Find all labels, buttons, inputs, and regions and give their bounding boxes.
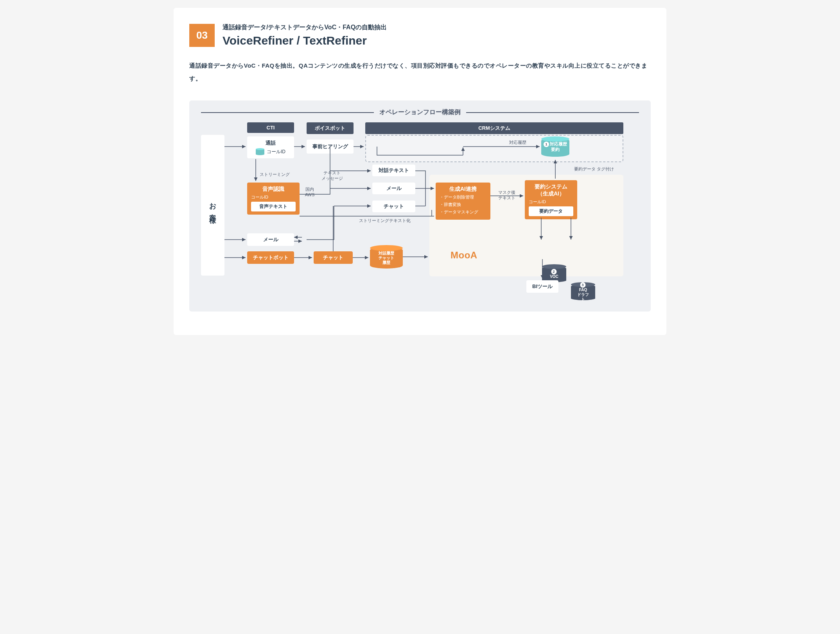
num-badge-1: 1	[544, 142, 549, 147]
prehearing-box: 事前ヒアリング	[307, 140, 354, 154]
gen-ai-title: 生成AI連携	[440, 186, 486, 193]
crm-history-area	[365, 135, 623, 162]
gen-ai-box: 生成AI連携 ・データ削除管理 ・辞書変換 ・データマスキング	[436, 183, 490, 220]
streaming-text-label: ストリーミングテキスト化	[354, 218, 416, 223]
gen-ai-b1: ・データ削除管理	[440, 194, 486, 200]
mail2-box: メール	[247, 233, 294, 246]
section-number-badge: 03	[189, 24, 215, 47]
call-box: 通話 コールID	[247, 136, 294, 158]
mask-text-label: マスク後 テキスト	[495, 190, 519, 201]
asr-inner: 音声テキスト	[251, 202, 296, 211]
voicebot-header: ボイスボット	[307, 122, 354, 134]
text-message-label: テキスト メッセージ	[318, 170, 346, 181]
aws-label: 国内 AWS	[302, 186, 318, 198]
mooa-logo: MooA	[451, 250, 477, 261]
summary-system-inner: 要約データ	[529, 206, 573, 216]
page: 03 通話録音データ/テキストデータからVoC・FAQの自動抽出 VoiceRe…	[174, 8, 666, 335]
divider-line	[201, 112, 374, 113]
summary-system-box: 要約システム （生成AI） コールID 要約データ	[525, 180, 577, 219]
crm-header: CRMシステム	[365, 122, 623, 134]
divider-line	[466, 112, 639, 113]
section-description: 通話録音データからVoC・FAQを抽出。QAコンテンツの生成を行うだけでなく、項…	[189, 59, 651, 85]
streaming-label: ストリーミング	[260, 172, 295, 177]
mail-box: メール	[372, 183, 415, 194]
dialog-text-box: 対話テキスト	[372, 165, 415, 176]
diagram-title-row: オペレーションフロー構築例	[201, 108, 639, 116]
section-header: 03 通話録音データ/テキストデータからVoC・FAQの自動抽出 VoiceRe…	[189, 23, 651, 47]
callid-cylinder-icon	[256, 148, 264, 155]
history-cylinder: 対話履歴 チャット履歴	[370, 245, 403, 269]
call-title: 通話	[251, 140, 290, 147]
diagram-title: オペレーションフロー構築例	[379, 108, 461, 116]
gen-ai-b3: ・データマスキング	[440, 209, 486, 215]
chatbot-box: チャットボット	[247, 251, 294, 264]
chat-box: チャット	[372, 201, 415, 212]
section-subtitle: 通話録音データ/テキストデータからVoC・FAQの自動抽出	[223, 23, 387, 32]
cti-header: CTI	[247, 122, 294, 133]
history-summary-cylinder: 1対応履歴要約	[541, 136, 569, 157]
voc-cylinder: 2VOC	[542, 264, 566, 282]
asr-sub: コールID	[251, 194, 296, 200]
section-title: VoiceRefiner / TextRefiner	[223, 34, 387, 47]
chat2-box: チャット	[314, 251, 353, 264]
faq-cylinder: 3FAQドラフト	[571, 282, 595, 300]
history-label: 対応履歴	[502, 140, 533, 145]
call-id-label: コールID	[267, 149, 285, 155]
bi-tool-box: BIツール	[526, 280, 558, 293]
header-text: 通話録音データ/テキストデータからVoC・FAQの自動抽出 VoiceRefin…	[223, 23, 387, 47]
summary-tag-label: 要約データ タグ付け	[573, 166, 616, 172]
summary-system-title: 要約システム （生成AI）	[529, 183, 573, 197]
customer-box: お客様	[201, 135, 224, 276]
asr-title: 音声認識	[251, 186, 296, 193]
summary-system-sub: コールID	[529, 199, 573, 205]
operation-flow-diagram: オペレーションフロー構築例 CTI ボイスボット CRMシステム お客様 通話 …	[189, 100, 651, 312]
gen-ai-b2: ・辞書変換	[440, 202, 486, 208]
asr-box: 音声認識 コールID 音声テキスト	[247, 183, 300, 215]
